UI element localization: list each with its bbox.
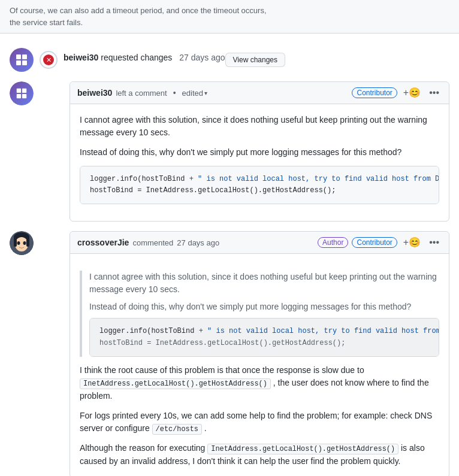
contributor-badge: Contributor: [352, 87, 397, 98]
review-action: requested changes: [101, 53, 172, 62]
review-icon: ✕: [40, 51, 58, 69]
beiwei-body-p1: I cannot agree with this solution, since…: [80, 114, 439, 139]
crossover-action: commented: [132, 238, 173, 247]
beiwei-comment-block: beiwei30 left a comment • edited ▾ Contr…: [70, 81, 449, 222]
crossover-comment-actions: Author Contributor +😊 •••: [318, 237, 442, 248]
beiwei-action: left a comment: [116, 89, 167, 98]
top-code-line2: the service start fails.: [10, 18, 83, 27]
crossover-smiley-icon: +😊: [403, 238, 421, 247]
smiley-icon: +😊: [403, 88, 421, 98]
crossover-time: 27 days ago: [177, 238, 219, 247]
beiwei-comment-row: beiwei30 left a comment • edited ▾ Contr…: [10, 81, 449, 222]
beiwei-comment-body: I cannot agree with this solution, since…: [70, 104, 449, 221]
quoted-code: logger.info(hostToBind + " is not valid …: [89, 318, 439, 356]
beiwei-username[interactable]: beiwei30: [77, 88, 112, 98]
beiwei-comment-header-left: beiwei30 left a comment • edited ▾: [77, 88, 207, 98]
svg-point-13: [17, 241, 20, 245]
avatar-crossover: [10, 231, 34, 255]
author-badge: Author: [318, 237, 348, 248]
top-code-line1: Of course, we can also add a timeout per…: [10, 6, 267, 15]
beiwei-code-block: logger.info(hostToBind + " is not valid …: [80, 166, 439, 204]
crossover-body-p1: I think the root cause of this problem i…: [80, 364, 439, 402]
beiwei-code-line1: logger.info(hostToBind + " is not valid …: [90, 174, 429, 185]
quoted-block: I cannot agree with this solution, since…: [80, 271, 439, 356]
crossover-inline-code2: /etc/hosts: [152, 424, 202, 435]
crossover-comment-header: crossoverJie commented 27 days ago Autho…: [70, 232, 449, 254]
crossover-comment-content: crossoverJie commented 27 days ago Autho…: [40, 231, 449, 476]
beiwei-body-p2: Instead of doing this, why don't we simp…: [80, 146, 439, 159]
svg-rect-3: [22, 60, 27, 65]
add-reaction-button[interactable]: +😊: [401, 87, 423, 99]
crossover-comment-header-left: crossoverJie commented 27 days ago: [77, 238, 219, 247]
quoted-code-line2: hostToBind = InetAddress.getLocalHost().…: [99, 338, 429, 349]
review-text: beiwei30 requested changes 27 days ago V…: [64, 53, 285, 67]
svg-rect-7: [22, 94, 26, 98]
beiwei-comment-content: beiwei30 left a comment • edited ▾ Contr…: [40, 81, 449, 222]
more-options-button[interactable]: •••: [427, 87, 442, 99]
svg-point-10: [15, 237, 28, 251]
review-username[interactable]: beiwei30: [64, 53, 98, 62]
crossover-more-options-button[interactable]: •••: [427, 237, 442, 248]
chevron-down-icon: ▾: [204, 90, 207, 96]
crossover-comment-block: crossoverJie commented 27 days ago Autho…: [70, 231, 449, 476]
view-changes-button[interactable]: View changes: [225, 53, 286, 67]
crossover-add-reaction-button[interactable]: +😊: [401, 237, 423, 248]
svg-rect-12: [26, 237, 29, 247]
avatar-beiwei: [10, 48, 34, 72]
svg-point-14: [23, 241, 26, 245]
top-code-snippet: Of course, we can also add a timeout per…: [0, 0, 459, 34]
quoted-code-line1: logger.info(hostToBind + " is not valid …: [99, 326, 429, 337]
review-icon-inner: ✕: [43, 54, 54, 65]
beiwei-code-line2: hostToBind = InetAddress.getLocalHost().…: [90, 185, 429, 196]
ellipsis-icon: •••: [429, 88, 439, 98]
crossover-inline-code1: InetAddress.getLocalHost().getHostAddres…: [80, 378, 271, 389]
avatar-beiwei-comment: [10, 81, 34, 105]
beiwei-comment-actions: Contributor +😊 •••: [352, 87, 442, 99]
svg-rect-11: [14, 237, 17, 247]
crossover-contributor-badge: Contributor: [352, 237, 397, 248]
crossover-body-p2: For logs printed every 10s, we can add s…: [80, 410, 439, 435]
review-request-row: ✕ beiwei30 requested changes 27 days ago…: [10, 48, 449, 72]
svg-rect-2: [16, 60, 21, 65]
beiwei-comment-header: beiwei30 left a comment • edited ▾ Contr…: [70, 82, 449, 104]
svg-rect-6: [17, 94, 21, 98]
review-time: 27 days ago: [179, 53, 225, 62]
crossover-body-p3: Although the reason for executing InetAd…: [80, 442, 439, 468]
svg-rect-1: [22, 54, 27, 59]
svg-rect-4: [17, 89, 21, 93]
quoted-p1: I cannot agree with this solution, since…: [89, 271, 439, 296]
crossover-ellipsis-icon: •••: [429, 238, 439, 247]
crossover-comment-body: I cannot agree with this solution, since…: [70, 254, 449, 476]
crossover-inline-code3: InetAddress.getLocalHost().getHostAddres…: [207, 444, 398, 454]
edited-link[interactable]: edited ▾: [182, 89, 207, 98]
crossover-username[interactable]: crossoverJie: [77, 238, 129, 247]
svg-rect-5: [22, 89, 26, 93]
crossover-comment-row: crossoverJie commented 27 days ago Autho…: [10, 231, 449, 476]
quoted-p2: Instead of doing this, why don't we simp…: [89, 301, 439, 313]
svg-rect-0: [16, 54, 21, 59]
